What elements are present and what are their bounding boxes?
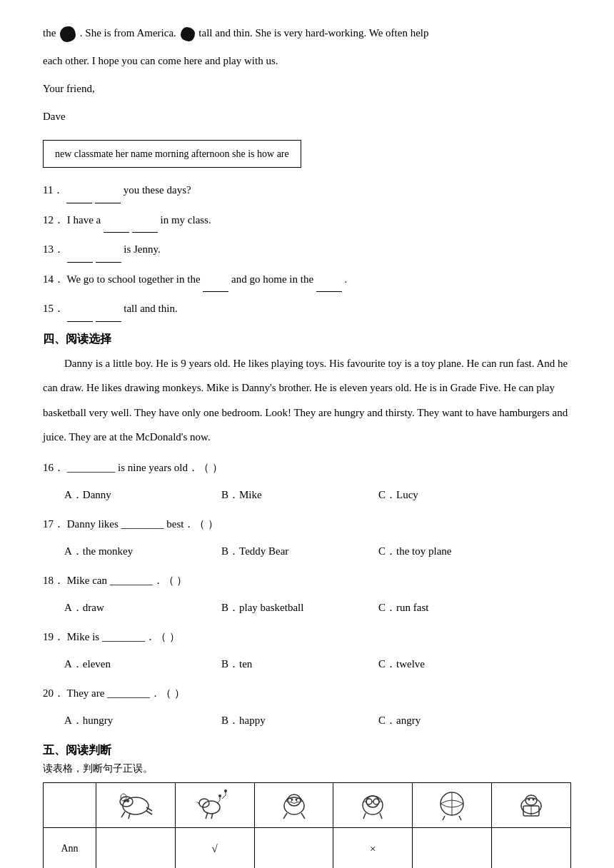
animal-sketch-1	[111, 786, 161, 822]
q16-optC: C．Lucy	[378, 483, 535, 508]
q16-num: 16．	[43, 462, 64, 473]
section5-title: 五、阅读判断	[43, 743, 571, 758]
animal-sketch-6	[506, 786, 556, 822]
line1c-text: tall and thin. She is very hard-working.…	[198, 27, 428, 39]
line1-text: the	[43, 27, 59, 39]
q20-options: A．hungry B．happy C．angry	[64, 708, 571, 733]
ann-label: Ann	[61, 843, 78, 854]
animal-sketch-2	[190, 786, 240, 822]
q16-stem: _________ is nine years old．（ ）	[67, 462, 223, 473]
svg-point-28	[363, 796, 383, 814]
svg-point-14	[218, 794, 221, 797]
table-header-name-cell	[44, 782, 96, 827]
q20-stem: They are ________．（ ）	[66, 687, 184, 699]
q15-num: 15．	[43, 303, 64, 314]
section4-title: 四、阅读选择	[43, 332, 571, 347]
fill-questions-section: 11． you these days? 12． I have a in my c…	[43, 178, 571, 322]
line3-text: Your friend,	[43, 77, 571, 101]
ann-cross: ×	[370, 843, 376, 854]
mc-questions: 16． _________ is nine years old．（ ） A．Da…	[43, 455, 571, 733]
q17-stem: Danny likes ________ best．（ ）	[67, 518, 218, 530]
q14-num: 14．	[43, 273, 64, 285]
svg-line-7	[129, 813, 130, 819]
svg-line-6	[121, 812, 125, 817]
line1b-text: . She is from America.	[80, 27, 179, 39]
svg-point-21	[288, 794, 301, 806]
q20-optB: B．happy	[221, 708, 378, 733]
animal-sketch-5	[427, 786, 477, 822]
q16-optA: A．Danny	[64, 483, 221, 508]
q13-rest: is Jenny.	[124, 243, 161, 255]
svg-line-5	[146, 811, 152, 814]
q17-num: 17．	[43, 518, 64, 530]
question-19: 19． Mike is ________．（ ）	[43, 625, 571, 650]
q20-optC: C．angry	[378, 708, 535, 733]
svg-point-46	[533, 798, 535, 800]
svg-point-17	[224, 789, 227, 792]
table-header-img2	[175, 782, 254, 827]
q18-optB: B．play basketball	[221, 595, 378, 620]
q14-blank1	[203, 267, 228, 293]
word-box: new classmate her name morning afternoon…	[43, 133, 571, 178]
q13-blank1	[67, 237, 93, 263]
svg-line-26	[283, 813, 287, 819]
judgment-table: Ann √ ×	[43, 782, 571, 868]
table-row-ann: Ann √ ×	[44, 827, 571, 868]
table-header-img6	[492, 782, 571, 827]
q11-num: 11．	[43, 184, 64, 196]
q16-optB: B．Mike	[221, 483, 378, 508]
table-header-img1	[96, 782, 175, 827]
ann-cell-6	[492, 827, 571, 868]
question-12: 12． I have a in my class.	[43, 208, 571, 233]
q12-num: 12．	[43, 214, 64, 226]
question-18: 18． Mike can ________．（ ）	[43, 568, 571, 593]
q19-options: A．eleven B．ten C．twelve	[64, 652, 571, 677]
q18-options: A．draw B．play basketball C．run fast	[64, 595, 571, 620]
q11-blank1	[66, 178, 92, 203]
q17-optA: A．the monkey	[64, 539, 221, 564]
q14-text2: and go home in the	[231, 273, 316, 285]
ann-cell-5	[413, 827, 492, 868]
top-paragraph: the . She is from America. tall and thin…	[43, 21, 571, 45]
q19-stem: Mike is ________．（ ）	[67, 631, 180, 642]
table-header-img4	[333, 782, 413, 827]
inkblot-1	[60, 26, 76, 42]
svg-line-15	[222, 795, 226, 799]
animal-sketch-3	[269, 786, 319, 822]
q12-blank2	[132, 208, 158, 233]
q18-num: 18．	[43, 575, 64, 586]
svg-line-35	[363, 813, 366, 819]
question-15: 15． tall and thin.	[43, 296, 571, 322]
q20-num: 20．	[43, 687, 64, 699]
q15-rest: tall and thin.	[124, 303, 177, 314]
question-14: 14． We go to school together in the and …	[43, 267, 571, 293]
ann-check: √	[212, 843, 218, 854]
q13-blank2	[96, 237, 121, 263]
svg-line-40	[459, 816, 461, 820]
svg-point-0	[123, 797, 149, 814]
q12-text1: I have a	[67, 214, 104, 226]
q19-num: 19．	[43, 631, 64, 642]
question-17: 17． Danny likes ________ best．（ ）	[43, 512, 571, 537]
section4-passage: Danny is a little boy. He is 9 years old…	[43, 351, 571, 450]
table-header-img5	[413, 782, 492, 827]
q14-rest: .	[345, 273, 348, 285]
line4-text: Dave	[43, 105, 571, 128]
svg-point-45	[528, 798, 530, 800]
table-header-row	[44, 782, 571, 827]
svg-line-36	[380, 813, 382, 819]
ann-cell-3	[254, 827, 333, 868]
q14-blank2	[316, 267, 342, 293]
q19-optB: B．ten	[221, 652, 378, 677]
question-20: 20． They are ________．（ ）	[43, 681, 571, 706]
q11-rest: you these days?	[124, 184, 191, 196]
q12-rest: in my class.	[160, 214, 211, 226]
q17-optC: C．the toy plane	[378, 539, 535, 564]
q17-optB: B．Teddy Bear	[221, 539, 378, 564]
question-11: 11． you these days?	[43, 178, 571, 203]
q17-options: A．the monkey B．Teddy Bear C．the toy plan…	[64, 539, 571, 564]
ann-cell-1	[96, 827, 175, 868]
animal-sketch-4	[348, 786, 398, 822]
q18-optA: A．draw	[64, 595, 221, 620]
ann-cell-4: ×	[333, 827, 413, 868]
